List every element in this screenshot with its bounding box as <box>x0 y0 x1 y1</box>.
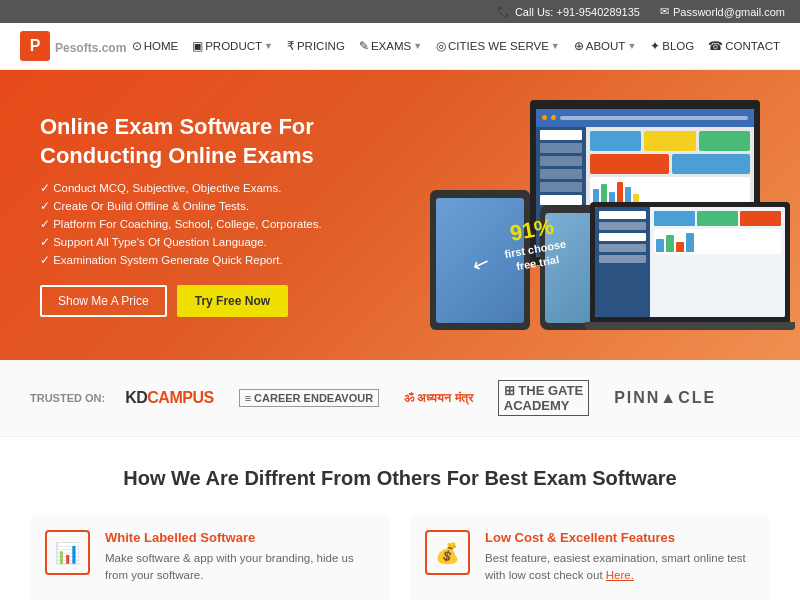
bar-2 <box>601 184 607 203</box>
nav-product[interactable]: ▣ PRODUCT ▼ <box>192 39 273 53</box>
exams-icon: ✎ <box>359 39 369 53</box>
about-icon: ⊕ <box>574 39 584 53</box>
low-cost-link[interactable]: Here. <box>606 569 634 581</box>
lp-item-4 <box>599 244 646 252</box>
hero-content: Online Exam Software For Conducting Onli… <box>40 113 400 316</box>
laptop-mockup <box>590 202 790 330</box>
lp-c-green <box>697 211 738 226</box>
laptop-chart <box>654 229 781 254</box>
try-free-button[interactable]: Try Free Now <box>177 285 288 317</box>
chevron-down-icon-2: ▼ <box>413 41 422 51</box>
sidebar-item-3 <box>540 156 582 166</box>
nav-cities[interactable]: ◎ CITIES WE SERVE ▼ <box>436 39 560 53</box>
low-cost-title: Low Cost & Excellent Features <box>485 530 755 545</box>
card-blue-2 <box>672 154 751 174</box>
nav-pricing[interactable]: ₹ PRICING <box>287 39 345 53</box>
phone-icon: 📞 <box>497 5 511 18</box>
bar-4 <box>617 182 623 204</box>
feature-white-label: 📊 White Labelled Software Make software … <box>30 515 390 600</box>
white-label-content: White Labelled Software Make software & … <box>105 530 375 585</box>
lc-bar-3 <box>676 242 684 253</box>
blog-icon: ✦ <box>650 39 660 53</box>
nav-about[interactable]: ⊕ ABOUT ▼ <box>574 39 637 53</box>
email-info: ✉ Passworld@gmail.com <box>660 5 785 18</box>
trusted-logo-career: ≡ CAREER ENDEAVOUR <box>239 389 379 407</box>
screen-row-2 <box>590 154 750 174</box>
nav-exams[interactable]: ✎ EXAMS ▼ <box>359 39 422 53</box>
laptop-screen-inner <box>595 207 785 317</box>
sidebar-item-6 <box>540 195 582 205</box>
lc-bar-2 <box>666 235 674 252</box>
card-orange <box>590 154 669 174</box>
feature-low-cost: 💰 Low Cost & Excellent Features Best fea… <box>410 515 770 600</box>
trusted-label: TRUSTED ON: <box>30 391 105 405</box>
trusted-section: TRUSTED ON: KDCAMPUS ≡ CAREER ENDEAVOUR … <box>0 360 800 437</box>
nav-blog[interactable]: ✦ BLOG <box>650 39 694 53</box>
how-different-title: How We Are Diffrent From Others For Best… <box>30 467 770 490</box>
hero-title: Online Exam Software For Conducting Onli… <box>40 113 400 170</box>
card-yellow <box>644 131 695 151</box>
screen-header <box>536 109 754 127</box>
screen-dot-2 <box>551 115 556 120</box>
hero-feature-list: Conduct MCQ, Subjective, Objective Exams… <box>40 181 400 267</box>
nav-home[interactable]: ⊙ HOME <box>132 39 179 53</box>
show-price-button[interactable]: Show Me A Price <box>40 285 167 317</box>
laptop-left-panel <box>595 207 650 317</box>
product-icon: ▣ <box>192 39 203 53</box>
contact-icon: ☎ <box>708 39 723 53</box>
features-grid: 📊 White Labelled Software Make software … <box>30 515 770 600</box>
logo-text: Pesofts.com <box>55 36 126 57</box>
trusted-logo-adhyayan: ॐ अध्ययन मंत्र <box>404 391 473 405</box>
bar-5 <box>625 187 631 204</box>
trusted-logo-gate: ⊞ THE GATEACADEMY <box>498 380 589 416</box>
lp-c-orange <box>740 211 781 226</box>
white-label-desc: Make software & app with your branding, … <box>105 550 375 585</box>
lc-bar-1 <box>656 239 664 252</box>
sidebar-item-4 <box>540 169 582 179</box>
screen-row-1 <box>590 131 750 151</box>
low-cost-icon: 💰 <box>425 530 470 575</box>
feature-item-2: Create Or Build Offline & Online Tests. <box>40 199 400 213</box>
lp-item-1 <box>599 211 646 219</box>
hero-devices: 91% first choose free trial ↙ <box>420 100 770 330</box>
cities-icon: ◎ <box>436 39 446 53</box>
laptop-right-panel <box>650 207 785 317</box>
laptop-base <box>585 322 795 330</box>
laptop-screen <box>590 202 790 322</box>
lp-card-1 <box>654 211 781 226</box>
logo[interactable]: P Pesofts.com <box>20 31 126 61</box>
pricing-icon: ₹ <box>287 39 295 53</box>
hero-section: Online Exam Software For Conducting Onli… <box>0 70 800 360</box>
logo-icon: P <box>20 31 50 61</box>
feature-item-3: Platform For Coaching, School, College, … <box>40 217 400 231</box>
sidebar-item-2 <box>540 143 582 153</box>
card-green <box>699 131 750 151</box>
chevron-down-icon-3: ▼ <box>551 41 560 51</box>
white-label-icon: 📊 <box>45 530 90 575</box>
how-different-section: How We Are Diffrent From Others For Best… <box>0 437 800 600</box>
sidebar-item-1 <box>540 130 582 140</box>
lc-bar-4 <box>686 233 694 252</box>
badge-91: 91% first choose free trial <box>499 212 570 275</box>
lp-item-5 <box>599 255 646 263</box>
top-bar: 📞 Call Us: +91-9540289135 ✉ Passworld@gm… <box>0 0 800 23</box>
nav-contact[interactable]: ☎ CONTACT <box>708 39 780 53</box>
phone-info: 📞 Call Us: +91-9540289135 <box>497 5 640 18</box>
white-label-title: White Labelled Software <box>105 530 375 545</box>
lp-c-blue <box>654 211 695 226</box>
laptop-content <box>595 207 785 317</box>
hero-buttons: Show Me A Price Try Free Now <box>40 285 400 317</box>
chevron-down-icon-4: ▼ <box>627 41 636 51</box>
email-text: Passworld@gmail.com <box>673 6 785 18</box>
screen-title-bar <box>560 116 748 120</box>
screen-dot-1 <box>542 115 547 120</box>
email-icon: ✉ <box>660 5 669 18</box>
phone-text: Call Us: +91-9540289135 <box>515 6 640 18</box>
home-icon: ⊙ <box>132 39 142 53</box>
feature-item-4: Support All Type's Of Question Language. <box>40 235 400 249</box>
feature-item-1: Conduct MCQ, Subjective, Objective Exams… <box>40 181 400 195</box>
chevron-down-icon: ▼ <box>264 41 273 51</box>
header: P Pesofts.com ⊙ HOME ▣ PRODUCT ▼ ₹ PRICI… <box>0 23 800 70</box>
main-nav: ⊙ HOME ▣ PRODUCT ▼ ₹ PRICING ✎ EXAMS ▼ ◎… <box>132 39 780 53</box>
feature-item-5: Examination System Generate Quick Report… <box>40 253 400 267</box>
